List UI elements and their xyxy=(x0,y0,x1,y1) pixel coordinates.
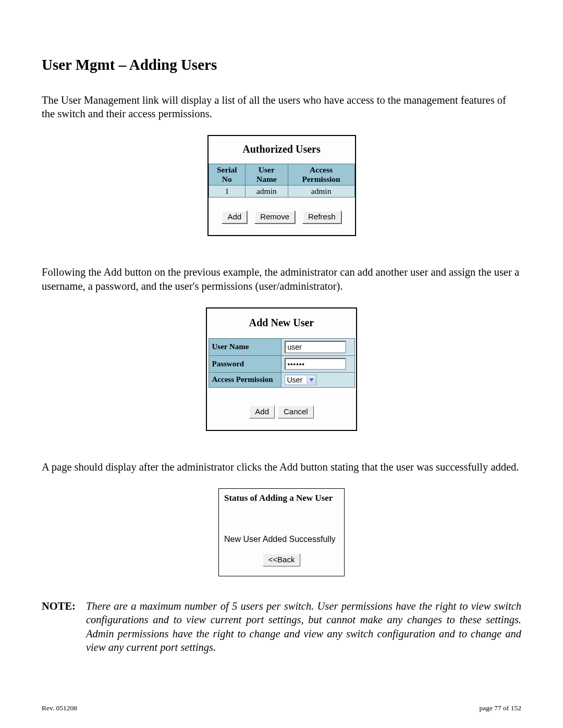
cancel-button[interactable]: Cancel xyxy=(278,405,314,418)
status-title: Status of Adding a New User xyxy=(223,492,340,535)
back-button[interactable]: <<Back xyxy=(263,553,301,566)
password-input[interactable]: •••••• xyxy=(285,358,346,370)
chevron-down-icon xyxy=(307,375,316,384)
access-permission-select[interactable]: User xyxy=(285,375,317,385)
add-user-form: User Name Password •••••• Access Permiss… xyxy=(209,338,355,388)
username-input[interactable] xyxy=(285,341,346,353)
status-message: New User Added Successfully xyxy=(223,535,340,553)
col-user-name: User Name xyxy=(246,164,288,186)
table-row[interactable]: 1 admin admin xyxy=(209,186,354,198)
add-new-user-panel: Add New User User Name Password •••••• A… xyxy=(206,307,357,431)
cell-serial: 1 xyxy=(209,186,246,198)
add-new-user-title: Add New User xyxy=(207,315,356,338)
refresh-button[interactable]: Refresh xyxy=(302,211,341,224)
username-label: User Name xyxy=(209,338,281,355)
authorized-users-panel: Authorized Users Serial No User Name Acc… xyxy=(207,135,356,236)
add-submit-button[interactable]: Add xyxy=(249,405,275,418)
cell-perm: admin xyxy=(288,186,354,198)
note-block: NOTE: There are a maximum number of 5 us… xyxy=(42,599,521,654)
status-panel: Status of Adding a New User New User Add… xyxy=(218,488,345,576)
password-label: Password xyxy=(209,355,281,372)
footer-page: page 77 of 152 xyxy=(479,704,521,712)
status-paragraph: A page should display after the administ… xyxy=(42,460,521,474)
remove-button[interactable]: Remove xyxy=(254,211,295,224)
add-button[interactable]: Add xyxy=(222,211,247,224)
authorized-users-table: Serial No User Name Access Permission 1 … xyxy=(209,164,355,198)
note-label: NOTE: xyxy=(42,599,86,654)
add-user-paragraph: Following the Add button on the previous… xyxy=(42,265,521,292)
footer-rev: Rev. 051208 xyxy=(42,704,77,712)
note-text: There are a maximum number of 5 users pe… xyxy=(86,599,521,654)
col-serial-no: Serial No xyxy=(209,164,246,186)
select-value: User xyxy=(285,375,307,385)
col-access-permission: Access Permission xyxy=(288,164,354,186)
authorized-users-title: Authorized Users xyxy=(209,141,355,164)
page-title: User Mgmt – Adding Users xyxy=(42,56,521,73)
intro-paragraph: The User Management link will display a … xyxy=(42,93,521,120)
access-permission-label: Access Permission xyxy=(209,372,281,387)
cell-user: admin xyxy=(246,186,288,198)
